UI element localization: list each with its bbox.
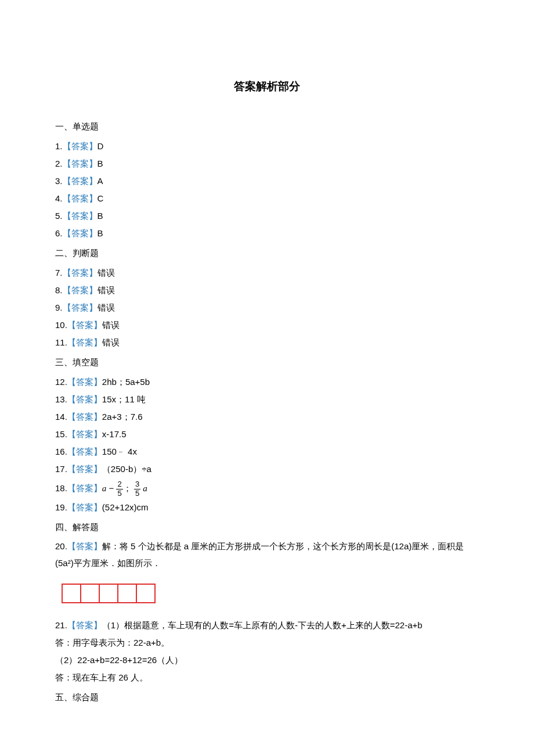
q14-number: 14. — [55, 412, 67, 422]
q18-f2-den: 5 — [134, 489, 140, 498]
answer-label: 【答案】 — [63, 228, 98, 238]
answer-label: 【答案】 — [67, 429, 102, 439]
q4-value: C — [98, 193, 104, 203]
svg-rect-3 — [118, 584, 136, 603]
answer-label: 【答案】 — [67, 464, 102, 474]
q18-separator: ； — [123, 483, 132, 493]
q10-value: 错误 — [102, 320, 120, 330]
q9-number: 9. — [55, 303, 63, 312]
section-5-header: 五、综合题 — [55, 689, 479, 706]
answer-q16: 16.【答案】150﹣ 4x — [55, 443, 479, 460]
answer-label: 【答案】 — [63, 285, 98, 295]
answer-q9: 9.【答案】错误 — [55, 299, 479, 316]
q13-number: 13. — [55, 394, 67, 404]
answer-q15: 15.【答案】x-17.5 — [55, 426, 479, 443]
answer-label: 【答案】 — [63, 141, 98, 151]
q18-f1-den: 5 — [116, 489, 122, 498]
answer-q5: 5.【答案】B — [55, 207, 479, 225]
answer-q4: 4.【答案】C — [55, 190, 479, 207]
q18-f2-num: 3 — [134, 480, 140, 489]
q8-number: 8. — [55, 285, 63, 295]
q20-text1: 解：将 5 个边长都是 a 厘米的正方形拼成一个长方形，这个长方形的周长是(12… — [102, 541, 464, 551]
answer-label: 【答案】 — [67, 447, 102, 456]
answer-q10: 10.【答案】错误 — [55, 316, 479, 334]
q18-number: 18. — [55, 483, 67, 493]
q21-line3: （2）22-a+b=22-8+12=26（人） — [55, 651, 479, 669]
answer-label: 【答案】 — [67, 620, 102, 630]
answer-q14: 14.【答案】2a+3；7.6 — [55, 408, 479, 426]
q21-line1: （1）根据题意，车上现有的人数=车上原有的人数-下去的人数+上来的人数=22-a… — [102, 620, 423, 630]
answer-label: 【答案】 — [63, 211, 98, 221]
q7-value: 错误 — [98, 268, 115, 278]
q18-fraction-2: 35 — [134, 480, 140, 498]
answer-label: 【答案】 — [67, 377, 102, 387]
section-3-header: 三、填空题 — [55, 354, 479, 371]
section-2-header: 二、判断题 — [55, 244, 479, 262]
q14-value: 2a+3；7.6 — [102, 412, 143, 422]
q12-number: 12. — [55, 377, 67, 387]
q10-number: 10. — [55, 320, 67, 330]
q20-number: 20. — [55, 541, 67, 551]
section-4-header: 四、解答题 — [55, 519, 479, 536]
q18-minus: − — [106, 483, 116, 493]
answer-label: 【答案】 — [67, 502, 102, 512]
q11-number: 11. — [55, 337, 67, 347]
q8-value: 错误 — [98, 285, 115, 295]
q9-value: 错误 — [98, 303, 115, 312]
answer-q6: 6.【答案】B — [55, 225, 479, 242]
answer-label: 【答案】 — [63, 303, 98, 312]
q11-value: 错误 — [102, 337, 120, 347]
svg-rect-2 — [99, 584, 118, 603]
q18-fraction-1: 25 — [116, 480, 122, 498]
answer-label: 【答案】 — [63, 176, 98, 186]
q21-line2: 答：用字母表示为：22-a+b。 — [55, 634, 479, 651]
q19-number: 19. — [55, 502, 67, 512]
answer-label: 【答案】 — [67, 541, 102, 551]
page-title: 答案解析部分 — [55, 75, 479, 98]
answer-label: 【答案】 — [63, 159, 98, 168]
answer-q7: 7.【答案】错误 — [55, 264, 479, 282]
q1-value: D — [98, 141, 104, 151]
answer-q19: 19.【答案】(52+12x)cm — [55, 499, 479, 516]
q3-value: A — [98, 176, 103, 186]
section-1-header: 一、单选题 — [55, 118, 479, 135]
q16-number: 16. — [55, 447, 67, 456]
q6-value: B — [98, 228, 103, 238]
answer-q20: 20.【答案】解：将 5 个边长都是 a 厘米的正方形拼成一个长方形，这个长方形… — [55, 538, 479, 571]
q17-number: 17. — [55, 464, 67, 474]
answer-label: 【答案】 — [67, 320, 102, 330]
q21-number: 21. — [55, 620, 67, 630]
q20-diagram — [61, 583, 479, 605]
answer-label: 【答案】 — [63, 193, 98, 203]
q3-number: 3. — [55, 176, 63, 186]
svg-rect-4 — [136, 584, 155, 603]
q2-number: 2. — [55, 159, 63, 168]
answer-q11: 11.【答案】错误 — [55, 334, 479, 351]
q21-line4: 答：现在车上有 26 人。 — [55, 669, 479, 686]
answer-q17: 17.【答案】（250-b）÷a — [55, 460, 479, 478]
q16-value: 150﹣ 4x — [102, 447, 137, 456]
answer-label: 【答案】 — [67, 394, 102, 404]
answer-q3: 3.【答案】A — [55, 172, 479, 190]
answer-q2: 2.【答案】B — [55, 155, 479, 172]
q5-value: B — [98, 211, 103, 221]
q2-value: B — [98, 159, 103, 168]
q7-number: 7. — [55, 268, 63, 278]
q13-value: 15x；11 吨 — [102, 394, 146, 404]
answer-label: 【答案】 — [67, 483, 102, 493]
q15-value: x-17.5 — [102, 429, 127, 439]
answer-q13: 13.【答案】15x；11 吨 — [55, 391, 479, 408]
q17-value: （250-b）÷a — [102, 464, 151, 474]
answer-q21: 21.【答案】（1）根据题意，车上现有的人数=车上原有的人数-下去的人数+上来的… — [55, 617, 479, 634]
q18-f1-num: 2 — [116, 480, 122, 489]
q5-number: 5. — [55, 211, 63, 221]
q6-number: 6. — [55, 228, 63, 238]
q4-number: 4. — [55, 193, 63, 203]
q15-number: 15. — [55, 429, 67, 439]
answer-q12: 12.【答案】2hb；5a+5b — [55, 373, 479, 391]
svg-rect-0 — [62, 584, 81, 603]
svg-rect-1 — [81, 584, 99, 603]
q19-value: (52+12x)cm — [102, 502, 149, 512]
q18-var-a2: a — [143, 484, 147, 493]
answer-q1: 1.【答案】D — [55, 138, 479, 155]
